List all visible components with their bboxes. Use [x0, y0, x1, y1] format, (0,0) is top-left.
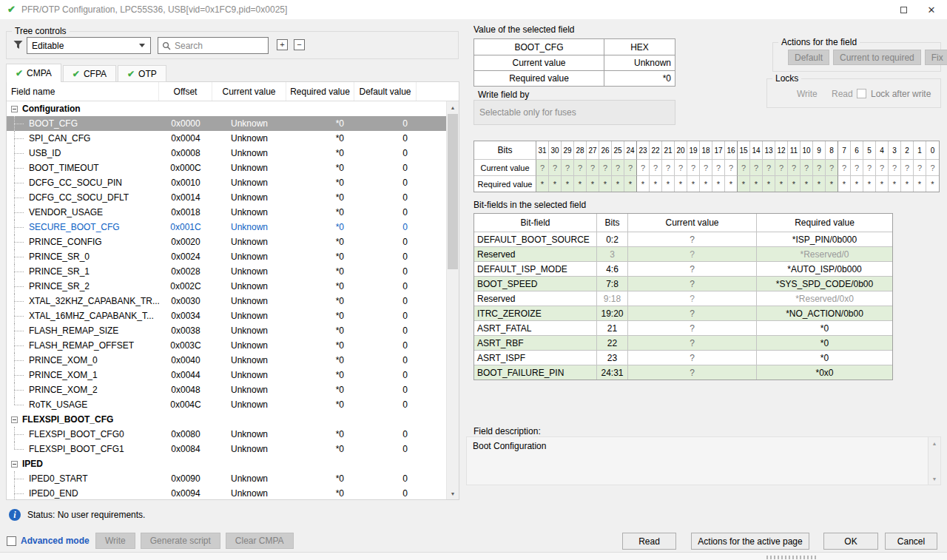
write-button[interactable]: Write: [95, 533, 135, 549]
ok-button[interactable]: OK: [823, 533, 878, 550]
tree-collapse-icon[interactable]: [11, 106, 18, 112]
read-button[interactable]: Read: [622, 533, 676, 550]
bitfield-row-DEFAULT_BOOT_SOURCE[interactable]: DEFAULT_BOOT_SOURCE0:2?*ISP_PIN/0b000: [474, 232, 892, 246]
description-scrollbar[interactable]: ▲ ▼: [928, 437, 940, 485]
field-row-FLASH_REMAP_OFFSET[interactable]: FLASH_REMAP_OFFSET0x003CUnknown*00: [7, 338, 446, 353]
bit-required-8[interactable]: *: [826, 175, 838, 192]
bit-required-22[interactable]: *: [650, 175, 662, 192]
bitfield-required-value[interactable]: *NO_ACTION/0b00: [757, 306, 892, 320]
bit-required-29[interactable]: *: [562, 175, 574, 192]
fix-button[interactable]: Fix: [925, 50, 947, 65]
maximize-button[interactable]: [889, 0, 917, 19]
bit-required-20[interactable]: *: [675, 175, 687, 192]
scroll-down-arrow[interactable]: ▼: [447, 488, 459, 499]
bitfield-row-Reserved[interactable]: Reserved9:18?*Reserved/0x0: [474, 291, 892, 306]
column-header-required-value[interactable]: Required value: [286, 82, 354, 101]
close-button[interactable]: ✕: [917, 0, 946, 19]
bit-required-21[interactable]: *: [662, 175, 675, 192]
lock-after-write-checkbox[interactable]: [857, 89, 866, 98]
field-row-USB_ID[interactable]: USB_ID0x0008Unknown*00: [7, 146, 446, 161]
bit-required-17[interactable]: *: [712, 175, 725, 192]
bit-required-31[interactable]: *: [536, 175, 549, 192]
field-row-SPI_CAN_CFG[interactable]: SPI_CAN_CFG0x0004Unknown*00: [7, 131, 446, 146]
field-row-IPED0_START[interactable]: IPED0_START0x0090Unknown*00: [7, 471, 446, 486]
cancel-button[interactable]: Cancel: [885, 533, 937, 550]
bitfield-row-BOOT_SPEED[interactable]: BOOT_SPEED7:8?*SYS_SPD_CODE/0b00: [474, 276, 892, 291]
bit-required-28[interactable]: *: [574, 175, 587, 192]
field-row-XTAL_32KHZ_CAPABANK_TR...[interactable]: XTAL_32KHZ_CAPABANK_TR...0x0030Unknown*0…: [7, 294, 446, 308]
search-input[interactable]: [175, 41, 268, 51]
tree-collapse-icon[interactable]: [11, 416, 18, 423]
field-row-DCFG_CC_SOCU_PIN[interactable]: DCFG_CC_SOCU_PIN0x0010Unknown*00: [7, 175, 446, 190]
bit-required-11[interactable]: *: [788, 175, 801, 192]
bit-required-24[interactable]: *: [624, 175, 637, 192]
clear-cmpa-button[interactable]: Clear CMPA: [226, 533, 294, 549]
bit-required-13[interactable]: *: [763, 175, 775, 192]
field-row-PRINCE_XOM_1[interactable]: PRINCE_XOM_10x0044Unknown*00: [7, 368, 446, 382]
bit-required-19[interactable]: *: [687, 175, 700, 192]
column-header-current-value[interactable]: Current value: [212, 82, 286, 101]
field-row-FLASH_REMAP_SIZE[interactable]: FLASH_REMAP_SIZE0x0038Unknown*00: [7, 323, 446, 338]
group-row-Configuration[interactable]: Configuration: [7, 101, 446, 116]
bit-required-3[interactable]: *: [889, 175, 901, 192]
bitfield-row-ASRT_RBF[interactable]: ASRT_RBF22?*0: [474, 335, 892, 350]
bit-required-1[interactable]: *: [914, 175, 926, 192]
field-row-SECURE_BOOT_CFG[interactable]: SECURE_BOOT_CFG0x001CUnknown*00: [7, 220, 446, 235]
bit-required-23[interactable]: *: [637, 175, 650, 192]
advanced-mode-checkbox[interactable]: [7, 536, 16, 546]
tab-cfpa[interactable]: ✔ CFPA: [63, 65, 116, 82]
column-header-offset[interactable]: Offset: [159, 82, 212, 101]
value-format[interactable]: HEX: [604, 39, 675, 55]
scroll-up-arrow[interactable]: ▲: [447, 101, 459, 113]
field-row-FLEXSPI_BOOT_CFG1[interactable]: FLEXSPI_BOOT_CFG10x0084Unknown*00: [7, 442, 446, 456]
bitfield-required-value[interactable]: *SYS_SPD_CODE/0b00: [757, 277, 892, 291]
bit-required-10[interactable]: *: [801, 175, 813, 192]
actions-for-active-page-button[interactable]: Actions for the active page: [691, 533, 809, 550]
lock-write-button[interactable]: Write: [797, 89, 818, 99]
bit-required-14[interactable]: *: [750, 175, 763, 192]
bitfield-row-Reserved[interactable]: Reserved3?*Reserved/0: [474, 246, 892, 261]
bitfield-required-value[interactable]: *0: [757, 336, 892, 350]
collapse-all-button[interactable]: −: [294, 39, 305, 50]
bit-required-27[interactable]: *: [587, 175, 599, 192]
bitfield-required-value[interactable]: *Reserved/0x0: [757, 291, 892, 306]
field-row-PRINCE_CONFIG[interactable]: PRINCE_CONFIG0x0020Unknown*00: [7, 235, 446, 249]
filter-combo[interactable]: Editable: [27, 37, 151, 54]
bit-required-9[interactable]: *: [813, 175, 826, 192]
bit-required-15[interactable]: *: [738, 175, 750, 192]
bit-required-16[interactable]: *: [725, 175, 738, 192]
field-row-PRINCE_SR_0[interactable]: PRINCE_SR_00x0024Unknown*00: [7, 249, 446, 264]
bit-required-4[interactable]: *: [876, 175, 889, 192]
bitfield-required-value[interactable]: *AUTO_ISP/0b000: [757, 262, 892, 276]
scroll-down-arrow[interactable]: ▼: [929, 473, 940, 485]
field-row-DCFG_CC_SOCU_DFLT[interactable]: DCFG_CC_SOCU_DFLT0x0014Unknown*00: [7, 190, 446, 205]
write-field-by-combo[interactable]: Selectable only for fuses: [474, 100, 675, 125]
expand-all-button[interactable]: +: [277, 39, 288, 50]
bitfield-row-BOOT_FAILURE_PIN[interactable]: BOOT_FAILURE_PIN24:31?*0x0: [474, 365, 892, 379]
bitfield-required-value[interactable]: *0x0: [757, 365, 892, 379]
field-row-PRINCE_XOM_2[interactable]: PRINCE_XOM_20x0048Unknown*00: [7, 382, 446, 397]
scroll-up-arrow[interactable]: ▲: [929, 437, 940, 449]
field-row-BOOT_CFG[interactable]: BOOT_CFG0x0000Unknown*00: [7, 116, 446, 131]
search-box[interactable]: [158, 37, 269, 54]
lock-read-button[interactable]: Read: [832, 89, 853, 99]
bitfield-required-value[interactable]: *0: [757, 321, 892, 335]
field-row-PRINCE_XOM_0[interactable]: PRINCE_XOM_00x0040Unknown*00: [7, 353, 446, 368]
bitfield-required-value[interactable]: *0: [757, 351, 892, 365]
scroll-thumb[interactable]: [448, 114, 458, 269]
bit-required-2[interactable]: *: [901, 175, 914, 192]
tab-cmpa[interactable]: ✔ CMPA: [6, 64, 61, 82]
bit-required-0[interactable]: *: [926, 175, 939, 192]
field-row-XTAL_16MHZ_CAPABANK_T...[interactable]: XTAL_16MHZ_CAPABANK_T...0x0034Unknown*00: [7, 308, 446, 323]
bitfield-row-ASRT_FATAL[interactable]: ASRT_FATAL21?*0: [474, 320, 892, 335]
current-to-required-button[interactable]: Current to required: [833, 50, 921, 65]
tree-collapse-icon[interactable]: [11, 461, 18, 468]
generate-script-button[interactable]: Generate script: [141, 533, 220, 549]
bit-required-18[interactable]: *: [700, 175, 712, 192]
field-row-VENDOR_USAGE[interactable]: VENDOR_USAGE0x0018Unknown*00: [7, 205, 446, 220]
default-button[interactable]: Default: [788, 50, 829, 65]
group-row-FLEXSPI_BOOT_CFG[interactable]: FLEXSPI_BOOT_CFG: [7, 412, 446, 427]
bitfield-required-value[interactable]: *Reserved/0: [757, 247, 892, 261]
bit-required-7[interactable]: *: [838, 175, 851, 192]
field-row-FLEXSPI_BOOT_CFG0[interactable]: FLEXSPI_BOOT_CFG00x0080Unknown*00: [7, 427, 446, 442]
